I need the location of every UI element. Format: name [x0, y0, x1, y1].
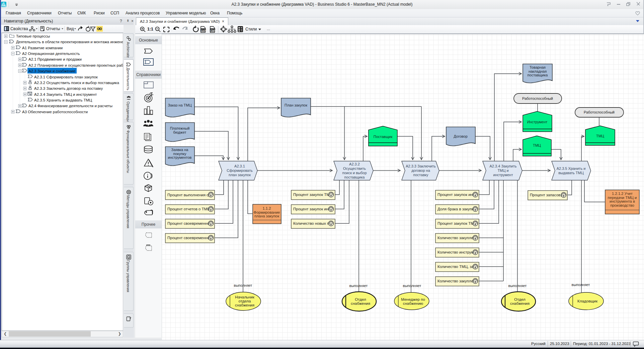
svg-text:A2.3.2 Осуществить поиск и выб: A2.3.2 Осуществить поиск и выбор поставщ… — [34, 81, 119, 85]
svg-text:Свойства: Свойства — [10, 26, 28, 31]
svg-text:Количество инструме: Количество инструме — [437, 250, 476, 254]
svg-text:бюджет: бюджет — [173, 130, 186, 134]
svg-text:A1 Развитие компании: A1 Развитие компании — [22, 46, 63, 50]
svg-text:Отчеты: Отчеты — [46, 26, 60, 31]
svg-text:A2.3.2: A2.3.2 — [349, 162, 360, 166]
svg-text:A2.3.1 Сформировать план закуп: A2.3.1 Сформировать план закупок — [34, 75, 98, 79]
svg-text:инструмент: инструмент — [493, 173, 513, 177]
svg-text:SVG: SVG — [201, 29, 206, 31]
svg-text:выполняет: выполняет — [572, 283, 590, 287]
svg-text:Процент закупок ТМЦ: Процент закупок ТМЦ — [437, 221, 477, 225]
svg-text:снабжения: снабжения — [510, 301, 530, 305]
svg-text:ТМЦ и: ТМЦ и — [497, 168, 508, 172]
svg-text:Сформировать: Сформировать — [227, 168, 253, 172]
svg-text:Работоспособный: Работоспособный — [584, 110, 615, 114]
svg-text:снабжению: снабжению — [403, 301, 423, 305]
svg-text:выполняет: выполняет — [508, 284, 527, 288]
svg-text:PNG: PNG — [211, 29, 216, 31]
svg-text:выдавать ТМЦ: выдавать ТМЦ — [558, 171, 584, 175]
svg-text:Менеджер по: Менеджер по — [401, 297, 425, 301]
svg-text:Договор: Договор — [454, 134, 468, 138]
svg-text:A2.3 Закупки и снабжение: A2.3 Закупки и снабжение — [28, 69, 75, 73]
svg-text:A2.3.3 Заключить договор на по: A2.3.3 Заключить договор на поставку — [34, 86, 103, 90]
svg-text:1.1.2: 1.1.2 — [262, 206, 271, 210]
svg-text:Заказ на ТМЦ: Заказ на ТМЦ — [168, 103, 191, 107]
svg-text:поставщика: поставщика — [344, 175, 365, 179]
svg-text:A2.3.3 Заключить: A2.3.3 Заключить — [406, 164, 436, 168]
svg-text:выполняет: выполняет — [234, 283, 252, 287]
svg-text:Процент закупок инст: Процент закупок инст — [293, 207, 332, 211]
svg-text:Отдел: Отдел — [355, 297, 366, 301]
svg-text:поиск и выбор: поиск и выбор — [342, 171, 367, 175]
svg-text:A2.3.4 Закупить ТМЦ и инструме: A2.3.4 Закупить ТМЦ и инструмент — [34, 92, 97, 96]
svg-text:инструментов: инструментов — [168, 155, 192, 159]
svg-text:снабжения: снабжения — [235, 303, 254, 307]
svg-text:Поставщик: Поставщик — [374, 135, 393, 139]
svg-text:план закупок: план закупок — [229, 173, 251, 177]
svg-text:покупку: покупку — [173, 152, 186, 156]
svg-text:План закупок: План закупок — [285, 103, 307, 107]
svg-text:Осуществить: Осуществить — [343, 166, 366, 170]
svg-text:Вид: Вид — [67, 26, 74, 31]
svg-text:ТМЦ: ТМЦ — [596, 134, 604, 138]
svg-text:Процент запасов, з: Процент запасов, з — [530, 193, 564, 197]
svg-text:Платежный: Платежный — [170, 126, 190, 130]
svg-text:A2.3.5 Хранить и: A2.3.5 Хранить и — [557, 166, 586, 170]
svg-text:A2.1 Продвижение и продажи: A2.1 Продвижение и продажи — [28, 57, 82, 61]
svg-text:Кладовщик: Кладовщик — [577, 299, 598, 303]
svg-text:Количество ТМЦ, заку: Количество ТМЦ, заку — [437, 265, 477, 269]
svg-text:Процент своевременно в: Процент своевременно в — [167, 236, 213, 240]
svg-text:A2.3.4 Закупить: A2.3.4 Закупить — [490, 164, 517, 168]
svg-text:A2.3.5 Хранить и выдавать ТМЦ: A2.3.5 Хранить и выдавать ТМЦ — [34, 98, 92, 102]
svg-text:Отдел: Отдел — [514, 297, 525, 301]
svg-text:поставку: поставку — [413, 173, 428, 177]
svg-text:Формирование: Формирование — [254, 210, 280, 214]
svg-text:Доля брака в закупках: Доля брака в закупках — [437, 207, 478, 211]
svg-text:Товарная: Товарная — [530, 65, 546, 69]
svg-text:Работоспособный: Работоспособный — [522, 96, 553, 100]
svg-text:A2.4 Финансирование деятельнос: A2.4 Финансирование деятельности и расче… — [28, 104, 112, 108]
svg-text:передачи ТМЦ и: передачи ТМЦ и — [608, 196, 637, 200]
svg-text:Процент закупок инст: Процент закупок инст — [437, 193, 477, 197]
svg-text:Процент выполнения сро: Процент выполнения сро — [167, 193, 213, 197]
svg-text:1.2.1.2 Учет: 1.2.1.2 Учет — [612, 192, 633, 196]
svg-text:1:1: 1:1 — [147, 27, 153, 31]
svg-text:Количество закуплен: Количество закуплен — [437, 236, 475, 240]
svg-text:снабжения: снабжения — [351, 301, 370, 305]
svg-text:производство: производство — [610, 203, 634, 207]
svg-text:Количество закуплен: Количество закуплен — [437, 279, 475, 283]
svg-text:плана закупок: плана закупок — [254, 214, 279, 218]
svg-text:Начальник: Начальник — [235, 295, 254, 299]
svg-text:A2.2 Планирование и осуществле: A2.2 Планирование и осуществление проект… — [28, 63, 123, 67]
svg-text:поставщика: поставщика — [528, 73, 548, 77]
svg-text:выполняет: выполняет — [403, 284, 421, 288]
svg-text:Процент закупок ТМЦ: Процент закупок ТМЦ — [293, 193, 333, 197]
svg-text:инструмента в: инструмента в — [610, 199, 635, 203]
svg-text:накладная: накладная — [529, 69, 547, 73]
svg-text:A2.3.1: A2.3.1 — [234, 164, 245, 168]
svg-text:A2 Операционная деятельность: A2 Операционная деятельность — [22, 52, 80, 56]
svg-text:договор на: договор на — [411, 168, 430, 172]
svg-text:...: ... — [267, 26, 270, 31]
svg-text:отдела: отдела — [239, 299, 251, 303]
svg-text:Заявка на: Заявка на — [171, 148, 189, 152]
svg-text:Деятельность в области проекти: Деятельность в области проектирования и … — [16, 40, 123, 44]
svg-text:Процент отчетов о ТМЦ: Процент отчетов о ТМЦ — [167, 207, 210, 211]
svg-text:Стили: Стили — [245, 27, 257, 31]
svg-text:ТМЦ: ТМЦ — [533, 143, 541, 147]
svg-text:A3 Обеспечение работоспособнос: A3 Обеспечение работоспособности — [22, 110, 88, 114]
svg-text:выполняет: выполняет — [349, 284, 368, 288]
svg-text:Инструмент: Инструмент — [527, 120, 548, 124]
svg-text:Типовые процессы: Типовые процессы — [16, 34, 50, 38]
svg-text:Количество новых по: Количество новых по — [293, 221, 331, 225]
svg-text:Процент своевременно з: Процент своевременно з — [167, 221, 212, 225]
